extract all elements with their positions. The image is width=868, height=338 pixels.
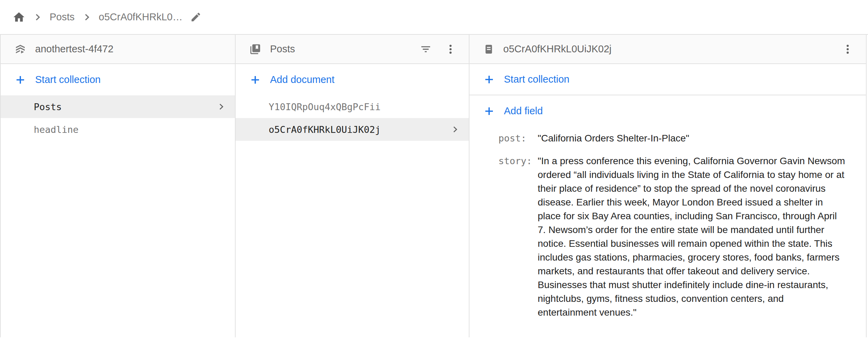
breadcrumb: Posts o5CrA0fKHRkL0… bbox=[0, 0, 868, 35]
document-icon bbox=[483, 44, 494, 55]
collection-row-posts[interactable]: Posts bbox=[1, 95, 235, 118]
plus-icon bbox=[483, 105, 495, 117]
document-id: o5CrA0fKHRkL0UiJK02j bbox=[269, 124, 381, 135]
breadcrumb-collection[interactable]: Posts bbox=[50, 11, 75, 23]
breadcrumb-document[interactable]: o5CrA0fKHRkL0… bbox=[99, 11, 183, 23]
edit-pencil-icon[interactable] bbox=[190, 11, 202, 23]
field-name: post: bbox=[498, 131, 538, 145]
start-collection-button[interactable]: Start collection bbox=[1, 64, 235, 95]
chevron-right-icon bbox=[450, 125, 460, 134]
field-value[interactable]: "California Orders Shelter-In-Place" bbox=[538, 131, 689, 145]
add-field-button[interactable]: Add field bbox=[469, 95, 866, 127]
collection-row-headline[interactable]: headline bbox=[1, 118, 235, 141]
collection-panel-header: Posts bbox=[236, 35, 469, 64]
document-row-selected[interactable]: o5CrA0fKHRkL0UiJK02j bbox=[236, 118, 469, 141]
more-vert-icon[interactable] bbox=[443, 41, 458, 57]
home-icon[interactable] bbox=[12, 11, 25, 24]
start-collection-label: Start collection bbox=[35, 74, 101, 85]
start-collection-label: Start collection bbox=[504, 74, 569, 85]
field-value[interactable]: "In a press conference this evening, Cal… bbox=[538, 154, 845, 319]
document-id: Y10IQRpOuq4xQBgPcFii bbox=[269, 102, 381, 112]
add-document-button[interactable]: Add document bbox=[236, 64, 469, 95]
document-panel: o5CrA0fKHRkL0UiJK02j Start collection bbox=[469, 35, 866, 337]
add-field-label: Add field bbox=[504, 105, 543, 117]
document-title: o5CrA0fKHRkL0UiJK02j bbox=[503, 43, 611, 55]
chevron-right-icon bbox=[32, 12, 43, 22]
plus-icon bbox=[483, 74, 495, 85]
collection-icon bbox=[249, 43, 261, 55]
field-row-story[interactable]: story: "In a press conference this eveni… bbox=[498, 154, 845, 319]
chevron-right-icon bbox=[82, 12, 92, 22]
start-collection-button[interactable]: Start collection bbox=[469, 64, 866, 95]
database-title: anothertest-4f472 bbox=[35, 43, 113, 55]
filter-icon[interactable] bbox=[418, 41, 434, 57]
plus-icon bbox=[249, 74, 261, 86]
collection-name: Posts bbox=[34, 102, 62, 112]
field-row-post[interactable]: post: "California Orders Shelter-In-Plac… bbox=[498, 131, 845, 145]
database-panel-header: anothertest-4f472 bbox=[1, 35, 235, 64]
firestore-logo-icon bbox=[14, 43, 26, 55]
collection-panel: Posts Add document bbox=[236, 35, 469, 337]
field-list: post: "California Orders Shelter-In-Plac… bbox=[469, 127, 866, 319]
add-document-label: Add document bbox=[270, 74, 334, 85]
document-row[interactable]: Y10IQRpOuq4xQBgPcFii bbox=[236, 95, 469, 118]
more-vert-icon[interactable] bbox=[840, 41, 856, 57]
firestore-panels: anothertest-4f472 Start collection Posts… bbox=[0, 35, 867, 337]
database-panel: anothertest-4f472 Start collection Posts… bbox=[1, 35, 236, 337]
collection-title: Posts bbox=[270, 43, 295, 55]
collection-name: headline bbox=[34, 124, 79, 135]
field-name: story: bbox=[498, 154, 538, 168]
plus-icon bbox=[14, 74, 26, 86]
document-panel-header: o5CrA0fKHRkL0UiJK02j bbox=[469, 35, 866, 64]
chevron-right-icon bbox=[216, 102, 226, 112]
